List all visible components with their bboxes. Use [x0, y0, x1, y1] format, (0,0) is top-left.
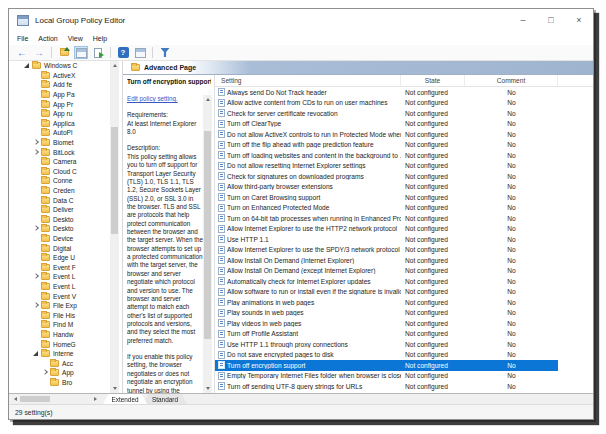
column-header-state[interactable]: State [401, 75, 465, 86]
setting-row[interactable]: Turn off sending UTF-8 query strings for… [215, 381, 558, 392]
tree-item[interactable]: AutoPl [9, 128, 110, 138]
setting-row[interactable]: Play animations in web pages Not configu… [215, 297, 558, 308]
tree-item[interactable]: Creden [9, 186, 110, 196]
setting-row[interactable]: Play sounds in web pages Not configured … [215, 308, 558, 319]
twisty-icon[interactable] [32, 80, 41, 89]
tree-horizontal-scrollbar[interactable] [11, 395, 99, 403]
help-icon[interactable]: ? [116, 46, 130, 59]
twisty-icon[interactable] [32, 224, 41, 233]
twisty-icon[interactable] [32, 109, 41, 118]
scrollbar-thumb[interactable] [20, 396, 50, 402]
tree-item[interactable]: BitLock [9, 147, 110, 157]
twisty-icon[interactable] [32, 100, 41, 109]
setting-row[interactable]: Turn on Caret Browsing support Not confi… [215, 192, 558, 203]
tree-item[interactable]: Deliver [9, 205, 110, 215]
tree-item[interactable]: Digital [9, 243, 110, 253]
view-tab[interactable]: Extended [103, 394, 147, 404]
setting-row[interactable]: Turn on 64-bit tab processes when runnin… [215, 213, 558, 224]
tree-item[interactable]: Event L [9, 272, 110, 282]
tree-item[interactable]: Deskto [9, 215, 110, 225]
setting-row[interactable]: Allow software to run or install even if… [215, 287, 558, 298]
column-header-comment[interactable]: Comment [465, 75, 558, 86]
twisty-icon[interactable] [32, 196, 41, 205]
twisty-icon[interactable] [32, 71, 41, 80]
setting-row[interactable]: Do not save encrypted pages to disk Not … [215, 350, 558, 361]
tree-item[interactable]: File Exp [9, 301, 110, 311]
twisty-icon[interactable] [32, 167, 41, 176]
menu-item[interactable]: Help [88, 34, 112, 43]
tree-item[interactable]: App Pa [9, 90, 110, 100]
export-list-icon[interactable] [91, 46, 105, 59]
twisty-icon[interactable] [32, 176, 41, 185]
twisty-icon[interactable] [32, 292, 41, 301]
twisty-icon[interactable] [32, 205, 41, 214]
tree-item[interactable]: Cloud C [9, 167, 110, 177]
twisty-icon[interactable] [32, 215, 41, 224]
twisty-icon[interactable] [32, 349, 41, 358]
twisty-icon[interactable] [32, 253, 41, 262]
tree-item[interactable]: File His [9, 310, 110, 320]
setting-row[interactable]: Allow third-party browser extensions Not… [215, 182, 558, 193]
setting-row[interactable]: Empty Temporary Internet Files folder wh… [215, 371, 558, 382]
tree-item[interactable]: HomeG [9, 339, 110, 349]
twisty-icon[interactable] [32, 311, 41, 320]
setting-row[interactable]: Turn off loading websites and content in… [215, 150, 558, 161]
tree-item[interactable]: Handw [9, 330, 110, 340]
up-one-level-icon[interactable] [57, 46, 71, 59]
tree-item[interactable]: Applica [9, 119, 110, 129]
setting-row[interactable]: Turn off ClearType Not configured No [215, 119, 558, 130]
setting-row[interactable]: Use HTTP 1.1 Not configured No [215, 234, 558, 245]
menu-item[interactable]: File [12, 34, 33, 43]
close-button[interactable]: × [565, 9, 593, 31]
tree-vertical-scrollbar[interactable] [110, 61, 119, 393]
setting-row[interactable]: Check for signatures on downloaded progr… [215, 171, 558, 182]
twisty-icon[interactable] [41, 378, 50, 387]
twisty-icon[interactable] [32, 157, 41, 166]
tree-item[interactable]: Windows C [9, 61, 110, 71]
setting-row[interactable]: Allow Install On Demand (Internet Explor… [215, 255, 558, 266]
twisty-icon[interactable] [32, 234, 41, 243]
tree-item[interactable]: ActiveX [9, 71, 110, 81]
setting-row[interactable]: Always send Do Not Track header Not conf… [215, 87, 558, 98]
menu-item[interactable]: Action [33, 34, 62, 43]
tree-item[interactable]: Camera [9, 157, 110, 167]
show-console-tree-icon[interactable] [74, 46, 88, 59]
forward-icon[interactable]: → [32, 46, 46, 59]
twisty-icon[interactable] [32, 340, 41, 349]
scroll-up-icon[interactable] [110, 61, 119, 70]
tree-item[interactable]: Data C [9, 195, 110, 205]
twisty-icon[interactable] [32, 128, 41, 137]
tree-item[interactable]: Biomet [9, 138, 110, 148]
twisty-icon[interactable] [41, 368, 50, 377]
twisty-icon[interactable] [32, 330, 41, 339]
setting-row[interactable]: Automatically check for Internet Explore… [215, 276, 558, 287]
tree-item[interactable]: Edge U [9, 253, 110, 263]
scroll-down-icon[interactable] [203, 384, 212, 393]
tree-item[interactable]: Conne [9, 176, 110, 186]
tree-item[interactable]: Bro [9, 378, 110, 388]
back-icon[interactable]: ← [15, 46, 29, 59]
minimize-button[interactable]: – [509, 9, 537, 31]
tree-item[interactable]: Event F [9, 262, 110, 272]
twisty-icon[interactable] [32, 320, 41, 329]
setting-row[interactable]: Allow Internet Explorer to use the HTTP2… [215, 224, 558, 235]
twisty-icon[interactable] [32, 282, 41, 291]
scroll-down-icon[interactable] [110, 384, 119, 393]
view-tab[interactable]: Standard [143, 394, 187, 404]
twisty-icon[interactable] [32, 244, 41, 253]
scroll-up-icon[interactable] [203, 95, 212, 104]
tree-item[interactable]: App [9, 368, 110, 378]
twisty-icon[interactable] [32, 186, 41, 195]
tree-item[interactable]: Event L [9, 282, 110, 292]
titlebar[interactable]: Local Group Policy Editor – □ × [9, 9, 593, 31]
twisty-icon[interactable] [41, 359, 50, 368]
setting-row[interactable]: Check for server certificate revocation … [215, 108, 558, 119]
setting-row[interactable]: Allow Install On Demand (except Internet… [215, 266, 558, 277]
setting-row[interactable]: Turn off encryption support Not configur… [215, 360, 558, 371]
twisty-icon[interactable] [32, 119, 41, 128]
tree-item[interactable]: App ru [9, 109, 110, 119]
detail-vertical-scrollbar[interactable] [203, 95, 212, 393]
tree-item[interactable]: Find M [9, 320, 110, 330]
scroll-left-icon[interactable] [11, 395, 19, 403]
twisty-icon[interactable] [32, 138, 41, 147]
